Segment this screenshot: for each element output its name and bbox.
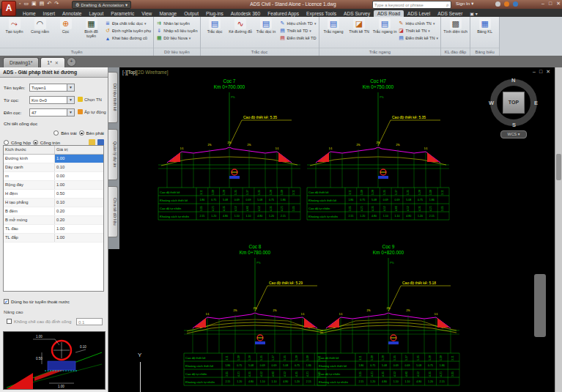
- dimension-row-r-ng-y[interactable]: Rộng đáy1.00: [4, 181, 103, 190]
- compass-west[interactable]: W: [489, 100, 494, 106]
- restore-button[interactable]: □: [549, 1, 552, 7]
- menu-tab-ads-survey[interactable]: ADS Survey: [340, 10, 374, 17]
- side-tab-d-li-u-thi-t-k[interactable]: Dữ liệu thiết kế: [108, 72, 118, 123]
- vertical-scrollbar[interactable]: [555, 67, 562, 392]
- menu-tab-express-tools[interactable]: Express Tools: [303, 10, 340, 17]
- subroute-item[interactable]: ↺Định nghĩa tuyến phụ: [105, 28, 151, 34]
- area-calc-button[interactable]: ▩Tính diện tích: [443, 18, 467, 34]
- auto-apply-button[interactable]: Áp tự động: [78, 109, 106, 114]
- menu-tab-parametric[interactable]: Parametric: [107, 10, 138, 17]
- box-culvert-radio[interactable]: [4, 140, 9, 145]
- viewcube-top-face[interactable]: TOP: [503, 92, 525, 114]
- search-icon[interactable]: ⌕: [446, 2, 449, 8]
- menu-tab-ads-sewer[interactable]: ADS Sewer: [434, 10, 466, 17]
- route-button[interactable]: ⤳Tạo tuyến: [2, 18, 26, 34]
- profile-print-button[interactable]: ▤Trắc dọc in: [254, 18, 278, 34]
- side-tab-qu-n-l-d-n[interactable]: Quản lý dự án: [108, 129, 118, 180]
- dimension-row-tl-p[interactable]: TL đắp1.00: [4, 234, 103, 243]
- menu-tab-autodesk-360[interactable]: Autodesk 360: [227, 10, 264, 17]
- dimension-row-d-y-c-nh[interactable]: Dày cạnh0.10: [4, 163, 103, 172]
- redo-icon[interactable]: ↷: [54, 1, 59, 7]
- menu-tab-manage[interactable]: Manage: [155, 10, 180, 17]
- nova-data-item[interactable]: ▦Dữ liệu Nova▾: [156, 35, 197, 41]
- limit-value-input[interactable]: 0.1: [76, 318, 103, 325]
- pick-tn-button[interactable]: Chọn TN: [78, 97, 102, 102]
- workspace-switcher[interactable]: ⚙ Drafting & Annotation ▾: [72, 1, 131, 9]
- close-button[interactable]: ✕: [556, 1, 561, 7]
- signin-button[interactable]: Sign In ▾: [456, 1, 473, 6]
- dimension-value[interactable]: 1.00: [55, 225, 103, 233]
- design-tn-item[interactable]: ◪Thiết kế TN▾: [399, 28, 439, 34]
- doc-restore-button[interactable]: □: [539, 69, 542, 75]
- app-menu-logo[interactable]: A: [1, 1, 16, 16]
- menu-tab-insert[interactable]: Insert: [40, 10, 59, 17]
- doc-tab-drawing1[interactable]: Drawing1*: [3, 57, 39, 67]
- dimension-value[interactable]: 0.50: [55, 190, 103, 198]
- menu-tab-ads-road[interactable]: ADS Road: [374, 10, 404, 17]
- doc-tab-1[interactable]: 1*✕: [40, 57, 64, 67]
- redline-button[interactable]: ∿Kẻ đường đỏ: [229, 18, 253, 34]
- dimension-row-m[interactable]: m0.00: [4, 172, 103, 181]
- use-drainage-checkbox[interactable]: ✔: [4, 299, 9, 304]
- undo-icon[interactable]: ↶: [47, 1, 51, 7]
- dimension-value[interactable]: 1.00: [55, 181, 103, 189]
- plot-icon[interactable]: ▤: [40, 1, 45, 7]
- scrollbar-thumb[interactable]: [556, 154, 561, 180]
- fill-tn-item[interactable]: ▤Điền thiết kế TN▾: [399, 35, 439, 41]
- round-culvert-radio[interactable]: [33, 140, 38, 145]
- compass-north[interactable]: N: [511, 77, 515, 84]
- side-tab-chia-s-d-li-u[interactable]: Chia sẻ dữ liệu: [108, 186, 118, 237]
- curve-button[interactable]: ◠Cong nằm: [28, 18, 52, 34]
- menu-tab-view[interactable]: View: [138, 10, 155, 17]
- doc-close-button[interactable]: ✕: [546, 69, 550, 75]
- copy-route-item[interactable]: ⇉Nhân lại tuyến: [156, 21, 197, 26]
- compass-east[interactable]: E: [534, 100, 538, 106]
- dimension-value[interactable]: 0.20: [55, 207, 103, 215]
- minimize-button[interactable]: –: [541, 1, 544, 7]
- edit-tn-item[interactable]: ✎Hiệu chỉnh TN▾: [399, 21, 439, 26]
- dimension-row-h-t-o-ph-ng[interactable]: H tạo phẳng0.10: [4, 199, 103, 207]
- drawing-canvas[interactable]: [-][Top][2D Wireframe] – □ ✕ N W E S TOP…: [119, 67, 555, 392]
- route-select[interactable]: Tuyen1 ▼: [29, 84, 75, 92]
- doc-minimize-button[interactable]: –: [533, 69, 536, 75]
- plan-button[interactable]: ▦Bình đồ tuyến: [79, 18, 103, 39]
- fill-td-item[interactable]: ▤Điền thiết kế TD: [280, 35, 317, 41]
- stake-button[interactable]: ⊕Cọc: [53, 18, 78, 34]
- design-tn-big-button[interactable]: ◪Thiết kế TN: [347, 18, 371, 34]
- dimension-value[interactable]: 0.00: [55, 172, 103, 180]
- menu-tab-annotate[interactable]: Annotate: [59, 10, 85, 17]
- wcs-menu[interactable]: WCS ▾: [500, 130, 527, 138]
- close-tab-icon[interactable]: ✕: [55, 60, 59, 65]
- navigation-bar[interactable]: [534, 274, 546, 337]
- visual-style-label[interactable]: [2D Wireframe]: [137, 70, 169, 75]
- oldroad-item[interactable]: ▲Khai báo đường cũ: [105, 35, 151, 41]
- menu-tab-layout[interactable]: Layout: [86, 10, 108, 17]
- dimension-value[interactable]: 1.00: [55, 234, 103, 242]
- design-td-item[interactable]: ▤Thiết kế TD▾: [280, 28, 317, 34]
- dimension-row-tl-o[interactable]: TL đào1.00: [4, 225, 103, 234]
- help-icon[interactable]: [513, 1, 518, 7]
- new-tab-button[interactable]: +: [67, 57, 76, 67]
- to-select[interactable]: 47 ▼: [29, 108, 75, 117]
- view-cube[interactable]: N W E S TOP: [490, 79, 537, 126]
- menu-tab-ads-level[interactable]: ADS Level: [404, 10, 434, 17]
- import-data-item[interactable]: ⇓Nhập số liệu tuyến: [156, 28, 197, 34]
- side-left-radio[interactable]: [53, 130, 59, 136]
- menu-tab-plug-ins[interactable]: Plug-ins: [202, 10, 227, 17]
- edit-td-item[interactable]: ✎Hiệu chỉnh TD▾: [280, 21, 317, 26]
- exchange-icon[interactable]: [495, 1, 500, 7]
- autodesk360-icon[interactable]: [504, 1, 509, 7]
- cross-print-button[interactable]: ▤Trắc ngang in: [373, 18, 397, 34]
- cross-section-button[interactable]: ▤Trắc ngang: [322, 18, 346, 34]
- dimension-row-ng-k-nh[interactable]: Đường kính1.00: [4, 155, 103, 163]
- compass-south[interactable]: S: [512, 122, 516, 128]
- geology-item[interactable]: ≣Địa chất trắc dọc▾: [105, 21, 151, 26]
- save-icon[interactable]: ▣: [32, 1, 37, 7]
- dimension-row-b-m[interactable]: B đệm0.20: [4, 207, 103, 216]
- table-kl-button[interactable]: ▦Bảng KL: [473, 18, 497, 34]
- menu-tab-featured-apps[interactable]: Featured Apps: [264, 10, 303, 17]
- view-label[interactable]: [Top]: [127, 70, 137, 75]
- dimension-value[interactable]: 0.10: [55, 163, 103, 171]
- ribbon-minimize-icon[interactable]: ▣ ▾: [466, 10, 481, 17]
- dimension-value[interactable]: 1.00: [55, 155, 103, 163]
